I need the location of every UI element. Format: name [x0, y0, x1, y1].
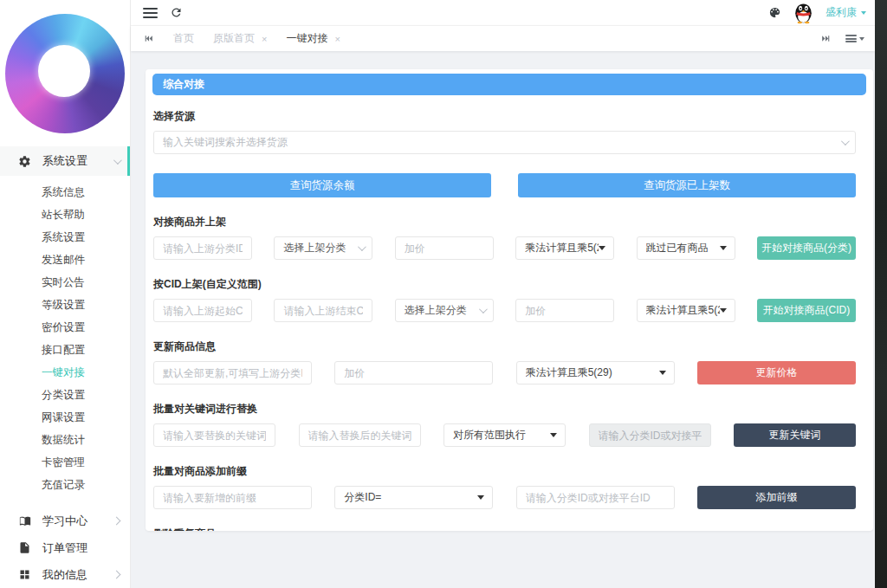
section-label-keyword-replace: 批量对关键词进行替换 — [153, 402, 856, 417]
sidebar-item-system-settings[interactable]: 系统设置 — [0, 226, 130, 249]
tab-label: 原版首页 — [213, 31, 255, 46]
section-label-add-prefix: 批量对商品添加前缀 — [153, 464, 856, 479]
price-formula-select[interactable]: 乘法计算且乘5(29) — [516, 361, 675, 384]
select-value: 乘法计算且乘5(29) — [526, 365, 659, 380]
tab-home[interactable]: 首页 — [170, 31, 197, 46]
chevron-down-icon — [113, 156, 122, 165]
chevron-down-icon — [479, 305, 488, 313]
start-cid-input[interactable] — [153, 299, 252, 322]
select-value: 乘法计算且乘5(29) — [646, 303, 720, 318]
sidebar-item-card-management[interactable]: 卡密管理 — [0, 451, 130, 474]
sidebar-item-course-settings[interactable]: 网课设置 — [0, 406, 130, 429]
start-link-by-category-button[interactable]: 开始对接商品(分类) — [757, 236, 856, 260]
sidebar-item-one-click-link[interactable]: 一键对接 — [0, 361, 130, 384]
tab-one-click-link[interactable]: 一键对接× — [282, 31, 343, 46]
update-scope-input[interactable] — [153, 361, 312, 384]
gear-icon — [18, 155, 31, 168]
prefix-scope-select[interactable]: 分类ID= — [334, 486, 493, 509]
keyword-to-replace-input[interactable] — [153, 423, 275, 447]
sidebar-group-label: 我的信息 — [42, 567, 113, 583]
select-value: 分类ID= — [344, 490, 477, 505]
price-formula-select[interactable]: 乘法计算且乘5(29) — [515, 236, 614, 260]
select-value: 选择上架分类 — [283, 241, 358, 255]
sidebar: 系统设置 系统信息 站长帮助 系统设置 发送邮件 实时公告 等级设置 密价设置 … — [0, 0, 131, 588]
source-select[interactable]: 输入关键词搜索并选择货源 — [153, 131, 856, 154]
shelf-category-select[interactable]: 选择上架分类 — [395, 299, 494, 322]
tab-original-home[interactable]: 原版首页× — [210, 31, 270, 46]
update-price-button[interactable]: 更新价格 — [697, 361, 856, 384]
source-label: 选择货源 — [153, 109, 856, 124]
menu-icon — [845, 35, 857, 42]
close-icon[interactable]: × — [262, 34, 267, 44]
sidebar-group-label: 订单管理 — [42, 540, 120, 556]
price-formula-select[interactable]: 乘法计算且乘5(29) — [637, 299, 735, 322]
sidebar-group-learning-center[interactable]: 学习中心 — [0, 507, 130, 534]
close-icon[interactable]: × — [334, 34, 340, 44]
content-area: 综合对接 选择货源 输入关键词搜索并选择货源 查询货源余额 查询货源已上架数 对… — [131, 51, 875, 588]
sidebar-item-system-info[interactable]: 系统信息 — [0, 181, 130, 204]
sidebar-group-order-management[interactable]: 订单管理 — [0, 534, 130, 561]
sidebar-group-system-settings[interactable]: 系统设置 — [0, 146, 130, 176]
select-caret-icon — [599, 246, 605, 250]
sidebar-item-category-settings[interactable]: 分类设置 — [0, 384, 130, 406]
document-icon — [18, 541, 31, 554]
tab-label: 一键对接 — [286, 31, 327, 46]
panel-title: 综合对接 — [152, 74, 866, 95]
query-balance-button[interactable]: 查询货源余额 — [153, 173, 491, 197]
replacement-keyword-input[interactable] — [299, 423, 421, 447]
app-logo-icon — [5, 14, 125, 133]
theme-palette-icon[interactable] — [768, 6, 781, 19]
tab-options-menu[interactable] — [845, 35, 864, 42]
chevron-right-icon — [113, 517, 121, 526]
sidebar-item-api-config[interactable]: 接口配置 — [0, 339, 130, 361]
chevron-right-icon — [113, 571, 121, 579]
add-prefix-button[interactable]: 添加前缀 — [697, 486, 856, 509]
scope-id-input-disabled — [589, 423, 711, 447]
tab-bar: 首页 原版首页× 一键对接× — [131, 26, 875, 51]
query-shelf-count-button[interactable]: 查询货源已上架数 — [518, 173, 856, 197]
qq-avatar[interactable] — [792, 1, 815, 24]
replace-scope-select[interactable]: 对所有范围执行 — [444, 423, 566, 447]
source-select-placeholder: 输入关键词搜索并选择货源 — [163, 135, 841, 150]
start-link-by-cid-button[interactable]: 开始对接商品(CID) — [757, 299, 856, 322]
sidebar-item-webmaster-help[interactable]: 站长帮助 — [0, 204, 130, 226]
active-group-accent — [127, 146, 130, 176]
select-value: 乘法计算且乘5(29) — [525, 241, 599, 255]
update-keyword-button[interactable]: 更新关键词 — [734, 423, 856, 447]
select-value: 跳过已有商品 — [646, 241, 720, 255]
markup-input[interactable] — [334, 361, 493, 384]
chevron-down-icon — [841, 137, 850, 145]
sidebar-item-recharge-records[interactable]: 充值记录 — [0, 474, 130, 496]
scroll-tabs-right-icon[interactable] — [820, 33, 832, 44]
skip-existing-select[interactable]: 跳过已有商品 — [637, 236, 735, 260]
refresh-icon[interactable] — [170, 6, 183, 19]
sidebar-item-data-stats[interactable]: 数据统计 — [0, 429, 130, 451]
user-menu[interactable]: 盛利康 — [825, 5, 866, 20]
select-caret-icon — [477, 495, 484, 500]
sidebar-group-my-info[interactable]: 我的信息 — [0, 561, 130, 588]
sidebar-item-level-settings[interactable]: 等级设置 — [0, 294, 130, 316]
upstream-category-id-input[interactable] — [153, 236, 252, 260]
markup-input[interactable] — [515, 299, 614, 322]
select-caret-icon — [720, 246, 727, 250]
topbar: 盛利康 — [131, 0, 875, 26]
grid-icon — [18, 568, 31, 581]
book-icon — [18, 514, 31, 527]
prefix-scope-id-input[interactable] — [516, 486, 675, 509]
sidebar-item-realtime-notice[interactable]: 实时公告 — [0, 271, 130, 294]
chevron-down-icon — [358, 242, 366, 251]
scroll-tabs-left-icon[interactable] — [143, 33, 154, 44]
select-value: 对所有范围执行 — [453, 428, 550, 443]
hamburger-icon[interactable] — [143, 8, 158, 18]
select-caret-icon — [550, 433, 557, 437]
markup-input[interactable] — [395, 236, 494, 260]
new-prefix-input[interactable] — [153, 486, 312, 509]
end-cid-input[interactable] — [274, 299, 372, 322]
select-caret-icon — [659, 371, 666, 375]
sidebar-menu: 系统设置 系统信息 站长帮助 系统设置 发送邮件 实时公告 等级设置 密价设置 … — [0, 146, 130, 588]
sidebar-item-send-mail[interactable]: 发送邮件 — [0, 249, 130, 271]
chevron-down-icon — [861, 11, 866, 15]
sidebar-item-secret-price[interactable]: 密价设置 — [0, 316, 130, 339]
shelf-category-select[interactable]: 选择上架分类 — [274, 236, 372, 260]
section-label-link-products: 对接商品并上架 — [153, 215, 856, 229]
